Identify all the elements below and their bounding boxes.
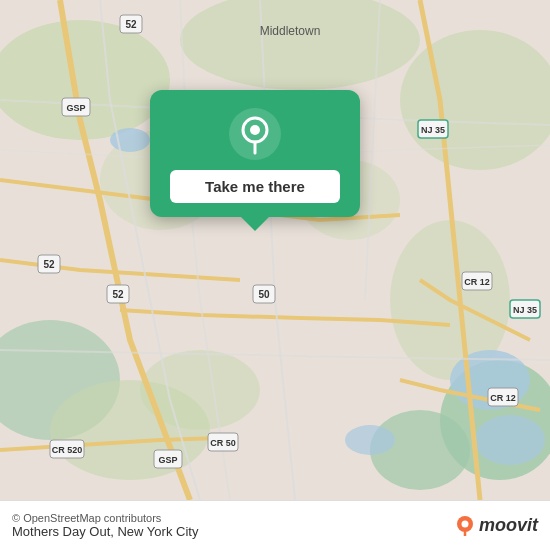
moovit-pin-icon <box>455 516 475 536</box>
svg-text:Middletown: Middletown <box>260 24 321 38</box>
svg-text:NJ 35: NJ 35 <box>421 125 445 135</box>
bottom-bar: © OpenStreetMap contributors Mothers Day… <box>0 500 550 550</box>
svg-text:GSP: GSP <box>158 455 177 465</box>
svg-text:52: 52 <box>43 259 55 270</box>
svg-text:52: 52 <box>112 289 124 300</box>
svg-text:52: 52 <box>125 19 137 30</box>
location-label: Mothers Day Out, New York City <box>12 524 198 539</box>
location-pin-icon <box>229 108 281 160</box>
map-container: 52 52 52 GSP NJ 35 NJ 35 CR 12 CR 12 CR … <box>0 0 550 500</box>
svg-text:GSP: GSP <box>66 103 85 113</box>
moovit-logo: moovit <box>455 515 538 536</box>
svg-text:NJ 35: NJ 35 <box>513 305 537 315</box>
svg-point-14 <box>475 415 545 465</box>
svg-text:CR 12: CR 12 <box>490 393 516 403</box>
svg-text:50: 50 <box>258 289 270 300</box>
svg-point-15 <box>345 425 395 455</box>
svg-text:CR 12: CR 12 <box>464 277 490 287</box>
take-me-there-button[interactable]: Take me there <box>170 170 340 203</box>
svg-text:CR 50: CR 50 <box>210 438 236 448</box>
moovit-brand-text: moovit <box>479 515 538 536</box>
svg-point-44 <box>250 125 260 135</box>
map-attribution: © OpenStreetMap contributors <box>12 512 198 524</box>
popup-card: Take me there <box>150 90 360 217</box>
svg-text:CR 520: CR 520 <box>52 445 83 455</box>
svg-point-46 <box>461 520 468 527</box>
